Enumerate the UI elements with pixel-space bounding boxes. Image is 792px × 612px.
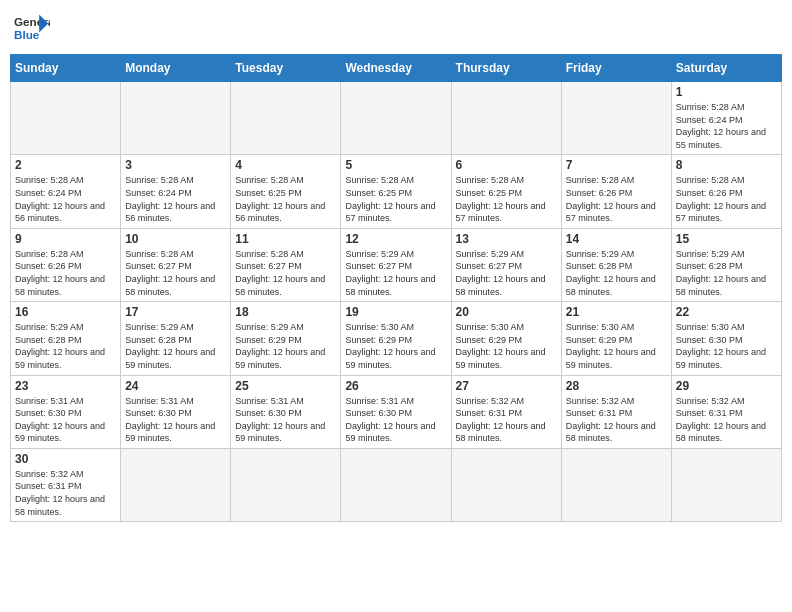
- day-info: Sunrise: 5:28 AMSunset: 6:24 PMDaylight:…: [125, 174, 226, 224]
- calendar-cell: [561, 448, 671, 521]
- calendar-cell: 21Sunrise: 5:30 AMSunset: 6:29 PMDayligh…: [561, 302, 671, 375]
- calendar-cell: 13Sunrise: 5:29 AMSunset: 6:27 PMDayligh…: [451, 228, 561, 301]
- calendar-cell: 16Sunrise: 5:29 AMSunset: 6:28 PMDayligh…: [11, 302, 121, 375]
- day-number: 3: [125, 158, 226, 172]
- calendar-cell: [341, 82, 451, 155]
- calendar-cell: 26Sunrise: 5:31 AMSunset: 6:30 PMDayligh…: [341, 375, 451, 448]
- column-header-friday: Friday: [561, 55, 671, 82]
- column-header-tuesday: Tuesday: [231, 55, 341, 82]
- calendar-cell: 23Sunrise: 5:31 AMSunset: 6:30 PMDayligh…: [11, 375, 121, 448]
- day-number: 7: [566, 158, 667, 172]
- calendar-cell: [121, 448, 231, 521]
- day-info: Sunrise: 5:29 AMSunset: 6:28 PMDaylight:…: [676, 248, 777, 298]
- day-number: 10: [125, 232, 226, 246]
- day-info: Sunrise: 5:29 AMSunset: 6:27 PMDaylight:…: [456, 248, 557, 298]
- calendar-cell: [231, 82, 341, 155]
- day-info: Sunrise: 5:30 AMSunset: 6:30 PMDaylight:…: [676, 321, 777, 371]
- column-header-monday: Monday: [121, 55, 231, 82]
- day-number: 28: [566, 379, 667, 393]
- day-number: 2: [15, 158, 116, 172]
- calendar-cell: 19Sunrise: 5:30 AMSunset: 6:29 PMDayligh…: [341, 302, 451, 375]
- calendar-cell: 30Sunrise: 5:32 AMSunset: 6:31 PMDayligh…: [11, 448, 121, 521]
- day-number: 8: [676, 158, 777, 172]
- day-number: 27: [456, 379, 557, 393]
- calendar-week-row: 23Sunrise: 5:31 AMSunset: 6:30 PMDayligh…: [11, 375, 782, 448]
- calendar-cell: 8Sunrise: 5:28 AMSunset: 6:26 PMDaylight…: [671, 155, 781, 228]
- day-number: 20: [456, 305, 557, 319]
- day-info: Sunrise: 5:32 AMSunset: 6:31 PMDaylight:…: [566, 395, 667, 445]
- column-header-thursday: Thursday: [451, 55, 561, 82]
- calendar-cell: [671, 448, 781, 521]
- calendar-header-row: SundayMondayTuesdayWednesdayThursdayFrid…: [11, 55, 782, 82]
- day-number: 24: [125, 379, 226, 393]
- calendar-cell: 25Sunrise: 5:31 AMSunset: 6:30 PMDayligh…: [231, 375, 341, 448]
- day-info: Sunrise: 5:28 AMSunset: 6:27 PMDaylight:…: [125, 248, 226, 298]
- calendar-cell: 28Sunrise: 5:32 AMSunset: 6:31 PMDayligh…: [561, 375, 671, 448]
- calendar-cell: 11Sunrise: 5:28 AMSunset: 6:27 PMDayligh…: [231, 228, 341, 301]
- calendar-cell: [341, 448, 451, 521]
- calendar-cell: 18Sunrise: 5:29 AMSunset: 6:29 PMDayligh…: [231, 302, 341, 375]
- day-number: 29: [676, 379, 777, 393]
- day-info: Sunrise: 5:29 AMSunset: 6:28 PMDaylight:…: [125, 321, 226, 371]
- calendar-cell: 14Sunrise: 5:29 AMSunset: 6:28 PMDayligh…: [561, 228, 671, 301]
- calendar-week-row: 2Sunrise: 5:28 AMSunset: 6:24 PMDaylight…: [11, 155, 782, 228]
- day-info: Sunrise: 5:28 AMSunset: 6:25 PMDaylight:…: [456, 174, 557, 224]
- logo: General Blue: [14, 10, 50, 46]
- calendar-cell: 9Sunrise: 5:28 AMSunset: 6:26 PMDaylight…: [11, 228, 121, 301]
- day-number: 5: [345, 158, 446, 172]
- day-info: Sunrise: 5:31 AMSunset: 6:30 PMDaylight:…: [345, 395, 446, 445]
- day-info: Sunrise: 5:30 AMSunset: 6:29 PMDaylight:…: [456, 321, 557, 371]
- calendar-week-row: 1Sunrise: 5:28 AMSunset: 6:24 PMDaylight…: [11, 82, 782, 155]
- calendar-week-row: 16Sunrise: 5:29 AMSunset: 6:28 PMDayligh…: [11, 302, 782, 375]
- calendar-cell: [451, 448, 561, 521]
- calendar-cell: 7Sunrise: 5:28 AMSunset: 6:26 PMDaylight…: [561, 155, 671, 228]
- day-info: Sunrise: 5:29 AMSunset: 6:29 PMDaylight:…: [235, 321, 336, 371]
- calendar-cell: 20Sunrise: 5:30 AMSunset: 6:29 PMDayligh…: [451, 302, 561, 375]
- generalblue-logo-icon: General Blue: [14, 10, 50, 46]
- day-number: 25: [235, 379, 336, 393]
- day-number: 9: [15, 232, 116, 246]
- column-header-saturday: Saturday: [671, 55, 781, 82]
- day-info: Sunrise: 5:28 AMSunset: 6:27 PMDaylight:…: [235, 248, 336, 298]
- day-info: Sunrise: 5:29 AMSunset: 6:28 PMDaylight:…: [15, 321, 116, 371]
- day-info: Sunrise: 5:31 AMSunset: 6:30 PMDaylight:…: [15, 395, 116, 445]
- calendar-table: SundayMondayTuesdayWednesdayThursdayFrid…: [10, 54, 782, 522]
- calendar-cell: 10Sunrise: 5:28 AMSunset: 6:27 PMDayligh…: [121, 228, 231, 301]
- day-number: 13: [456, 232, 557, 246]
- calendar-cell: 2Sunrise: 5:28 AMSunset: 6:24 PMDaylight…: [11, 155, 121, 228]
- day-info: Sunrise: 5:32 AMSunset: 6:31 PMDaylight:…: [456, 395, 557, 445]
- day-info: Sunrise: 5:31 AMSunset: 6:30 PMDaylight:…: [235, 395, 336, 445]
- day-info: Sunrise: 5:28 AMSunset: 6:24 PMDaylight:…: [676, 101, 777, 151]
- calendar-cell: [561, 82, 671, 155]
- calendar-cell: [451, 82, 561, 155]
- day-info: Sunrise: 5:28 AMSunset: 6:25 PMDaylight:…: [345, 174, 446, 224]
- day-info: Sunrise: 5:32 AMSunset: 6:31 PMDaylight:…: [676, 395, 777, 445]
- calendar-cell: 1Sunrise: 5:28 AMSunset: 6:24 PMDaylight…: [671, 82, 781, 155]
- calendar-cell: 22Sunrise: 5:30 AMSunset: 6:30 PMDayligh…: [671, 302, 781, 375]
- day-number: 26: [345, 379, 446, 393]
- day-info: Sunrise: 5:28 AMSunset: 6:25 PMDaylight:…: [235, 174, 336, 224]
- day-number: 23: [15, 379, 116, 393]
- day-number: 1: [676, 85, 777, 99]
- column-header-wednesday: Wednesday: [341, 55, 451, 82]
- calendar-week-row: 30Sunrise: 5:32 AMSunset: 6:31 PMDayligh…: [11, 448, 782, 521]
- calendar-cell: 24Sunrise: 5:31 AMSunset: 6:30 PMDayligh…: [121, 375, 231, 448]
- calendar-cell: 27Sunrise: 5:32 AMSunset: 6:31 PMDayligh…: [451, 375, 561, 448]
- calendar-week-row: 9Sunrise: 5:28 AMSunset: 6:26 PMDaylight…: [11, 228, 782, 301]
- day-number: 18: [235, 305, 336, 319]
- calendar-cell: 6Sunrise: 5:28 AMSunset: 6:25 PMDaylight…: [451, 155, 561, 228]
- calendar-cell: 15Sunrise: 5:29 AMSunset: 6:28 PMDayligh…: [671, 228, 781, 301]
- day-number: 30: [15, 452, 116, 466]
- day-number: 16: [15, 305, 116, 319]
- calendar-cell: [121, 82, 231, 155]
- day-info: Sunrise: 5:28 AMSunset: 6:26 PMDaylight:…: [15, 248, 116, 298]
- calendar-cell: [231, 448, 341, 521]
- day-info: Sunrise: 5:31 AMSunset: 6:30 PMDaylight:…: [125, 395, 226, 445]
- calendar-cell: 29Sunrise: 5:32 AMSunset: 6:31 PMDayligh…: [671, 375, 781, 448]
- day-number: 4: [235, 158, 336, 172]
- day-number: 12: [345, 232, 446, 246]
- day-number: 17: [125, 305, 226, 319]
- header: General Blue: [10, 10, 782, 46]
- day-info: Sunrise: 5:29 AMSunset: 6:27 PMDaylight:…: [345, 248, 446, 298]
- calendar-cell: 4Sunrise: 5:28 AMSunset: 6:25 PMDaylight…: [231, 155, 341, 228]
